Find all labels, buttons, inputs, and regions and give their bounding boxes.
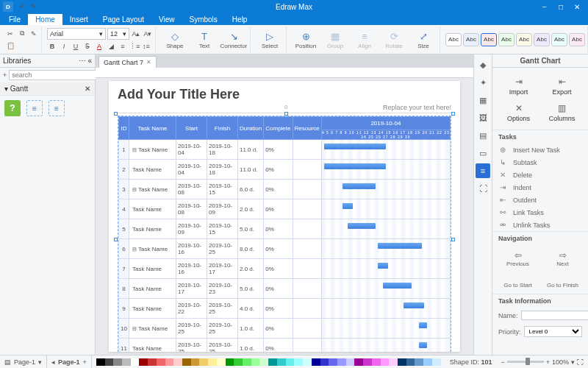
task-action[interactable]: ⊕Insert New Task: [492, 144, 588, 156]
strikethrough-icon[interactable]: S̶: [82, 41, 93, 52]
palette-swatch[interactable]: [243, 358, 251, 366]
palette-swatch[interactable]: [398, 358, 406, 366]
menu-view[interactable]: View: [151, 14, 182, 25]
palette-swatch[interactable]: [389, 358, 398, 366]
picture-icon[interactable]: 🖼: [476, 110, 490, 125]
palette-swatch[interactable]: [432, 358, 441, 366]
bold-icon[interactable]: B: [47, 41, 57, 52]
palette-swatch[interactable]: [372, 358, 381, 366]
undo-icon[interactable]: ↶: [18, 1, 28, 12]
palette-swatch[interactable]: [354, 358, 363, 366]
menu-file[interactable]: File: [1, 14, 28, 25]
palette-swatch[interactable]: [251, 358, 260, 366]
gantt-row[interactable]: 11 Task Name2019-10-252019-10-251.0 d.0%: [119, 339, 451, 353]
cut-icon[interactable]: ✂: [5, 29, 15, 39]
select-tool[interactable]: ▷Select: [256, 29, 284, 50]
gantt-row[interactable]: 1⊟ Task Name2019-10-042019-10-1811.0 d.0…: [119, 140, 451, 160]
palette-swatch[interactable]: [208, 358, 217, 366]
palette-swatch[interactable]: [320, 358, 329, 366]
style-swatch[interactable]: Abc: [569, 33, 585, 46]
task-action[interactable]: ⇤Outdent: [492, 194, 588, 206]
shape-tool[interactable]: ◇Shape: [161, 29, 189, 50]
underline-icon[interactable]: U: [71, 41, 81, 52]
theme-icon[interactable]: ◆: [476, 57, 490, 72]
style-swatch[interactable]: Abc: [551, 33, 567, 46]
palette-swatch[interactable]: [329, 358, 337, 366]
palette-swatch[interactable]: [277, 358, 286, 366]
palette-swatch[interactable]: [105, 358, 114, 366]
gantt-shape-2[interactable]: ≡: [26, 100, 43, 116]
menu-insert[interactable]: Insert: [62, 14, 96, 25]
palette-swatch[interactable]: [294, 358, 303, 366]
bullets-icon[interactable]: ⋮≡: [129, 41, 140, 52]
task-action[interactable]: ↳Subtask: [492, 156, 588, 169]
gantt-row[interactable]: 10⊟ Task Name2019-10-252019-10-251.0 d.0…: [119, 319, 451, 339]
rotate-tool[interactable]: ⟳Rotate: [380, 29, 408, 50]
gantt-row[interactable]: 7 Task Name2019-10-162019-10-172.0 d.0%: [119, 259, 451, 279]
decrease-font-icon[interactable]: A▾: [143, 29, 153, 39]
options-button[interactable]: ✕Options: [497, 99, 540, 125]
zoom-out-icon[interactable]: −: [501, 358, 504, 366]
search-input[interactable]: [9, 70, 97, 80]
position-tool[interactable]: ⊕Position: [292, 29, 320, 50]
style-swatch[interactable]: Abc: [463, 33, 479, 46]
maximize-button[interactable]: □: [553, 3, 569, 11]
effects-icon[interactable]: ✦: [476, 75, 490, 90]
menu-help[interactable]: Help: [225, 14, 255, 25]
add-page-icon[interactable]: +: [83, 358, 87, 366]
palette-swatch[interactable]: [191, 358, 200, 366]
more-icon[interactable]: ⛶: [476, 181, 490, 196]
palette-swatch[interactable]: [381, 358, 390, 366]
page-list-icon[interactable]: ▤: [4, 358, 11, 366]
palette-swatch[interactable]: [363, 358, 372, 366]
page-surface[interactable]: Add Your Title Here 0Replace your text h…: [109, 81, 460, 352]
group-tool[interactable]: ▦Group: [321, 29, 349, 50]
close-tab-icon[interactable]: ✕: [146, 59, 151, 66]
connector-tool[interactable]: ↘Connector: [220, 29, 248, 50]
calc-icon[interactable]: ▤: [476, 128, 490, 143]
panel-menu-icon[interactable]: ⋯ «: [79, 57, 92, 65]
style-swatch[interactable]: Abc: [534, 33, 550, 46]
italic-icon[interactable]: I: [59, 41, 69, 52]
gantt-row[interactable]: 4 Task Name2019-10-082019-10-092.0 d.0%: [119, 199, 451, 219]
align-tool[interactable]: ≡Align: [351, 29, 379, 50]
task-action[interactable]: ⇥Indent: [492, 181, 588, 194]
text-tool[interactable]: TText: [190, 29, 218, 50]
palette-swatch[interactable]: [148, 358, 157, 366]
color-palette[interactable]: [96, 358, 441, 366]
gantt-row[interactable]: 8 Task Name2019-10-172019-10-235.0 d.0%: [119, 279, 451, 299]
style-swatch[interactable]: Abc: [445, 33, 462, 46]
align-left-icon[interactable]: ≡: [118, 41, 128, 52]
font-color-icon[interactable]: A: [94, 41, 104, 52]
palette-swatch[interactable]: [217, 358, 226, 366]
palette-swatch[interactable]: [113, 358, 122, 366]
help-button[interactable]: ?: [4, 100, 21, 116]
font-size-select[interactable]: 12▾: [107, 28, 129, 40]
layout-icon[interactable]: ▦: [476, 93, 490, 107]
gantt-chart-object[interactable]: ID Task Name Start Finish Duration Compl…: [118, 116, 451, 352]
increase-font-icon[interactable]: A▴: [131, 29, 141, 39]
palette-swatch[interactable]: [131, 358, 140, 366]
style-swatch[interactable]: Abc: [498, 33, 514, 46]
gantt-row[interactable]: 3⊟ Task Name2019-10-082019-10-156.0 d.0%: [119, 180, 451, 199]
import-button[interactable]: ⇥Import: [497, 72, 540, 99]
highlight-icon[interactable]: ◢: [106, 41, 116, 52]
palette-swatch[interactable]: [268, 358, 277, 366]
palette-swatch[interactable]: [303, 358, 312, 366]
palette-swatch[interactable]: [415, 358, 423, 366]
task-action[interactable]: ⚮Unlink Tasks: [492, 219, 588, 231]
palette-swatch[interactable]: [406, 358, 415, 366]
style-gallery[interactable]: AbcAbcAbcAbcAbcAbcAbcAbc: [443, 26, 588, 53]
palette-swatch[interactable]: [423, 358, 432, 366]
size-tool[interactable]: ⤢Size: [409, 29, 437, 50]
palette-swatch[interactable]: [96, 358, 105, 366]
palette-swatch[interactable]: [157, 358, 165, 366]
palette-swatch[interactable]: [165, 358, 174, 366]
palette-swatch[interactable]: [226, 358, 234, 366]
minimize-button[interactable]: −: [537, 3, 553, 11]
palette-swatch[interactable]: [199, 358, 208, 366]
style-swatch[interactable]: Abc: [516, 33, 532, 46]
page-subtitle[interactable]: Replace your text here!: [383, 104, 451, 111]
gantt-row[interactable]: 2 Task Name2019-10-042019-10-1811.0 d.0%: [119, 160, 451, 180]
doc-tab-active[interactable]: Gantt Chart 7✕: [98, 56, 157, 68]
